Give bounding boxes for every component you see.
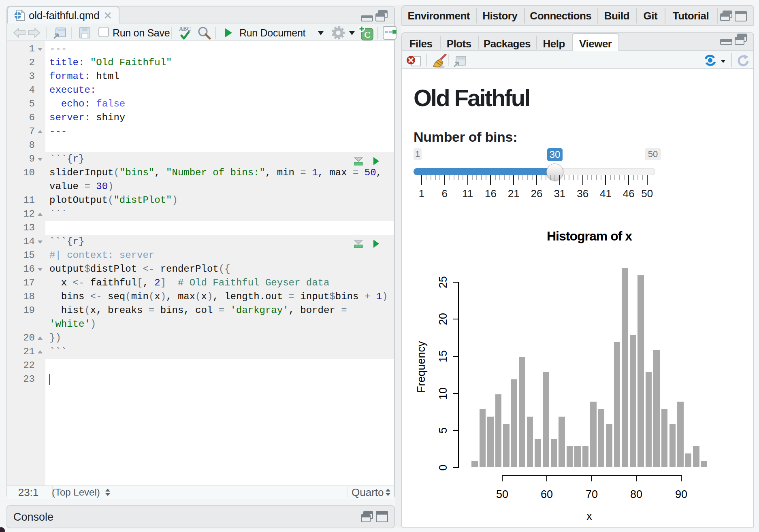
svg-text:C: C — [364, 30, 371, 40]
svg-text:ABC: ABC — [179, 26, 191, 32]
